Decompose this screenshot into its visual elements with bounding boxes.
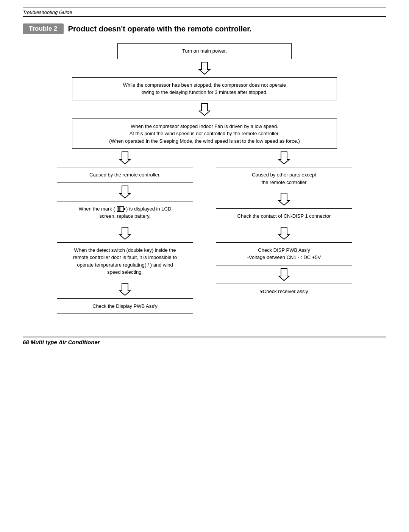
right-box3-line1: Check DISP PWB Ass'y bbox=[258, 247, 310, 253]
svg-marker-4 bbox=[120, 186, 130, 198]
right-box1-line2: the remote controller bbox=[261, 179, 306, 185]
left-box1-text: Caused by the remote controller. bbox=[89, 172, 161, 178]
right-arrow3 bbox=[277, 268, 291, 281]
step1-box: Turn on main power. bbox=[117, 43, 292, 59]
right-arrow1 bbox=[277, 192, 291, 206]
left-box3-line3: operate temperature regulating( / ) and … bbox=[77, 262, 173, 268]
svg-marker-9 bbox=[279, 268, 289, 281]
left-box2-line3: screen, replace battery. bbox=[100, 213, 151, 219]
step3-line2: At this point the wind speed is not cont… bbox=[130, 131, 280, 136]
left-arrow2 bbox=[118, 226, 132, 240]
svg-marker-2 bbox=[120, 152, 130, 164]
header-bottom-rule bbox=[23, 16, 386, 17]
step2-line1: While the compressor has been stopped, t… bbox=[123, 82, 286, 88]
step3-box: When the compressor stopped Indoor Fan i… bbox=[72, 119, 337, 149]
left-column: Caused by the remote controller. When th… bbox=[57, 167, 193, 314]
battery-icon bbox=[117, 206, 124, 212]
guide-title: Troubleshooting Guide bbox=[23, 9, 386, 15]
svg-marker-5 bbox=[120, 227, 130, 239]
trouble-badge: Trouble 2 bbox=[23, 23, 64, 34]
svg-marker-3 bbox=[279, 152, 289, 164]
arrow1 bbox=[198, 61, 211, 75]
svg-marker-0 bbox=[199, 62, 210, 74]
right-box3: Check DISP PWB Ass'y -Voltage between CN… bbox=[216, 242, 352, 265]
footer-text: 68 Multi type Air Conditioner bbox=[23, 339, 386, 345]
right-box4-text: ¥Check receiver ass'y bbox=[260, 289, 308, 294]
right-box2: Check the contact of CN-DISP 1 connector bbox=[216, 208, 352, 224]
trouble-heading: Trouble 2 Product doesn't operate with t… bbox=[23, 23, 386, 34]
left-box3: When the detect switch (double key) insi… bbox=[57, 242, 193, 280]
footer-rule bbox=[23, 337, 386, 337]
header-top-rule bbox=[23, 8, 386, 8]
left-box2-line2: ) is displayed in LCD bbox=[126, 206, 171, 212]
left-box1: Caused by the remote controller. bbox=[57, 167, 193, 183]
left-box2-line1: When the mark ( bbox=[79, 206, 115, 212]
right-box2-text: Check the contact of CN-DISP 1 connector bbox=[237, 213, 331, 219]
flow-diagram: Turn on main power. While the compressor… bbox=[23, 43, 386, 314]
right-box3-line2: -Voltage between CN1 - : DC +5V bbox=[247, 254, 321, 260]
svg-marker-6 bbox=[120, 283, 130, 295]
left-arrow1 bbox=[118, 185, 132, 199]
arrow2 bbox=[198, 103, 211, 116]
left-box2: When the mark ( ) is displayed in LCD sc… bbox=[57, 201, 193, 224]
left-arrow3 bbox=[118, 282, 132, 296]
right-box1-line1: Caused by other parts except bbox=[252, 172, 316, 178]
svg-marker-1 bbox=[199, 103, 210, 115]
right-box4: ¥Check receiver ass'y bbox=[216, 284, 352, 300]
step3-line3: (When operated in the Sleeping Mode, the… bbox=[109, 138, 300, 144]
left-box3-line1: When the detect switch (double key) insi… bbox=[74, 247, 176, 253]
left-box3-line2: remote controller door is fault, it is i… bbox=[73, 254, 177, 260]
left-box3-line4: speed selecting. bbox=[107, 269, 143, 275]
left-box4: Check the Display PWB Ass'y bbox=[57, 298, 193, 314]
step2-line2: owing to the delaying function for 3 min… bbox=[141, 89, 267, 95]
split-row: Caused by the remote controller. When th… bbox=[23, 167, 386, 314]
trouble-title: Product doesn't operate with the remote … bbox=[68, 25, 252, 33]
svg-marker-8 bbox=[279, 227, 289, 239]
split-arrows-row bbox=[23, 151, 386, 165]
step2-box: While the compressor has been stopped, t… bbox=[72, 77, 337, 100]
right-arrow2 bbox=[277, 226, 291, 240]
svg-marker-7 bbox=[279, 193, 289, 205]
left-box4-text: Check the Display PWB Ass'y bbox=[92, 303, 158, 309]
step1-text: Turn on main power. bbox=[182, 48, 227, 54]
right-column: Caused by other parts except the remote … bbox=[216, 167, 352, 314]
right-box1: Caused by other parts except the remote … bbox=[216, 167, 352, 190]
step3-line1: When the compressor stopped Indoor Fan i… bbox=[131, 123, 278, 129]
